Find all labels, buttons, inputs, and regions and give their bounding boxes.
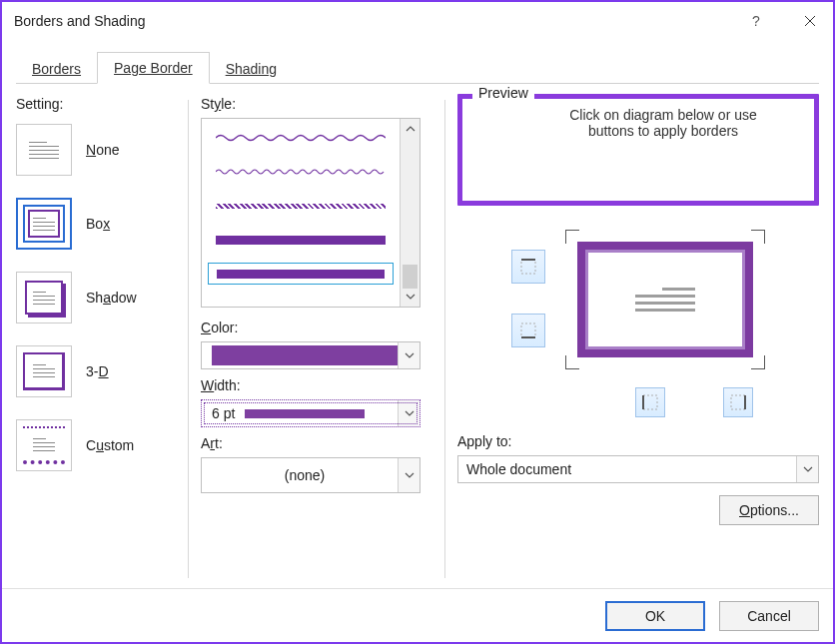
- style-thick-2[interactable]: [208, 263, 394, 285]
- setting-3d-thumb: [16, 345, 72, 397]
- tabs: Borders Page Border Shading: [16, 50, 819, 84]
- style-scrollbar[interactable]: [400, 119, 419, 307]
- style-thick-1[interactable]: [208, 229, 394, 251]
- width-dropdown-button[interactable]: [398, 400, 419, 426]
- preview-column: Preview Click on diagram below or use bu…: [457, 94, 819, 588]
- separator-1: [188, 100, 189, 578]
- tab-page-border[interactable]: Page Border: [97, 52, 210, 84]
- settings-list: None Box Shadow: [16, 124, 176, 471]
- preview-highlight-box: Preview Click on diagram below or use bu…: [457, 94, 819, 206]
- setting-3d[interactable]: 3-D: [16, 345, 176, 397]
- color-combo[interactable]: [201, 341, 420, 369]
- tab-shading[interactable]: Shading: [210, 54, 293, 84]
- borders-shading-dialog: Borders and Shading ? Borders Page Borde…: [0, 0, 835, 644]
- chevron-down-icon: [405, 351, 415, 359]
- chevron-up-icon: [406, 125, 416, 133]
- dialog-footer: OK Cancel: [2, 588, 833, 642]
- style-zigzag-2[interactable]: [208, 161, 394, 183]
- doc-inner: [585, 250, 745, 349]
- art-value: (none): [285, 467, 325, 483]
- preview-area: [457, 216, 819, 373]
- side-edge-buttons: [511, 250, 545, 369]
- art-dropdown-button[interactable]: [398, 458, 419, 492]
- svg-rect-2: [521, 260, 535, 274]
- left-border-button[interactable]: [635, 387, 665, 417]
- setting-none-thumb: [16, 124, 72, 176]
- style-column: Style:: [201, 94, 432, 588]
- bottom-edge-buttons: [457, 387, 819, 417]
- tab-borders[interactable]: Borders: [16, 54, 97, 84]
- art-label: Art:: [201, 435, 432, 451]
- setting-none[interactable]: None: [16, 124, 176, 176]
- setting-shadow[interactable]: Shadow: [16, 272, 176, 323]
- style-listbox[interactable]: [201, 118, 420, 308]
- ok-button[interactable]: OK: [605, 601, 705, 631]
- separator-2: [444, 100, 445, 578]
- style-zigzag-1[interactable]: [208, 127, 394, 149]
- scroll-track[interactable]: [401, 139, 419, 287]
- chevron-down-icon: [803, 465, 813, 473]
- bottom-border-button[interactable]: [511, 314, 545, 347]
- preview-hint: Click on diagram below or use buttons to…: [550, 107, 776, 139]
- chevron-down-icon: [405, 409, 415, 417]
- scroll-up-button[interactable]: [401, 119, 419, 139]
- svg-rect-8: [731, 395, 745, 409]
- top-border-icon: [518, 257, 538, 277]
- close-icon: [804, 15, 816, 27]
- setting-shadow-thumb: [16, 272, 72, 323]
- setting-box-thumb: [16, 198, 72, 250]
- color-swatch: [212, 345, 398, 365]
- color-dropdown-button[interactable]: [398, 342, 419, 368]
- bottom-border-icon: [518, 321, 538, 340]
- left-border-icon: [641, 393, 659, 411]
- scroll-down-button[interactable]: [401, 287, 419, 307]
- setting-box[interactable]: Box: [16, 198, 176, 250]
- document-preview[interactable]: [565, 230, 765, 369]
- doc-outer-border: [577, 242, 753, 357]
- settings-label: Setting:: [16, 96, 176, 112]
- dialog-title: Borders and Shading: [14, 13, 725, 29]
- width-sample-line: [245, 409, 365, 418]
- setting-custom-thumb: [16, 419, 72, 471]
- options-button[interactable]: Options...: [719, 495, 819, 525]
- color-label: Color:: [201, 320, 432, 335]
- preview-label: Preview: [472, 85, 534, 101]
- apply-to-select[interactable]: Whole document: [457, 455, 819, 483]
- right-border-icon: [729, 393, 747, 411]
- svg-rect-6: [643, 395, 657, 409]
- apply-to-label: Apply to:: [457, 433, 819, 449]
- svg-rect-4: [521, 323, 535, 337]
- settings-column: Setting: None Box: [16, 94, 176, 588]
- chevron-down-icon: [406, 293, 416, 301]
- apply-to-dropdown-button[interactable]: [796, 456, 818, 482]
- content: Setting: None Box: [2, 84, 833, 588]
- top-border-button[interactable]: [511, 250, 545, 284]
- width-combo[interactable]: 6 pt: [201, 399, 420, 427]
- doc-lines: [635, 284, 695, 316]
- right-border-button[interactable]: [723, 387, 753, 417]
- apply-to-value: Whole document: [458, 461, 796, 477]
- setting-custom[interactable]: Custom: [16, 419, 176, 471]
- scroll-thumb[interactable]: [403, 265, 418, 289]
- style-dashed[interactable]: [208, 195, 394, 217]
- art-combo[interactable]: (none): [201, 457, 420, 493]
- chevron-down-icon: [405, 471, 415, 479]
- width-value: 6 pt: [212, 405, 235, 421]
- style-items: [202, 119, 400, 307]
- style-label: Style:: [201, 96, 432, 112]
- cancel-button[interactable]: Cancel: [719, 601, 819, 631]
- titlebar: Borders and Shading ?: [2, 2, 833, 40]
- width-label: Width:: [201, 377, 432, 393]
- help-button[interactable]: ?: [733, 2, 779, 40]
- close-button[interactable]: [787, 2, 833, 40]
